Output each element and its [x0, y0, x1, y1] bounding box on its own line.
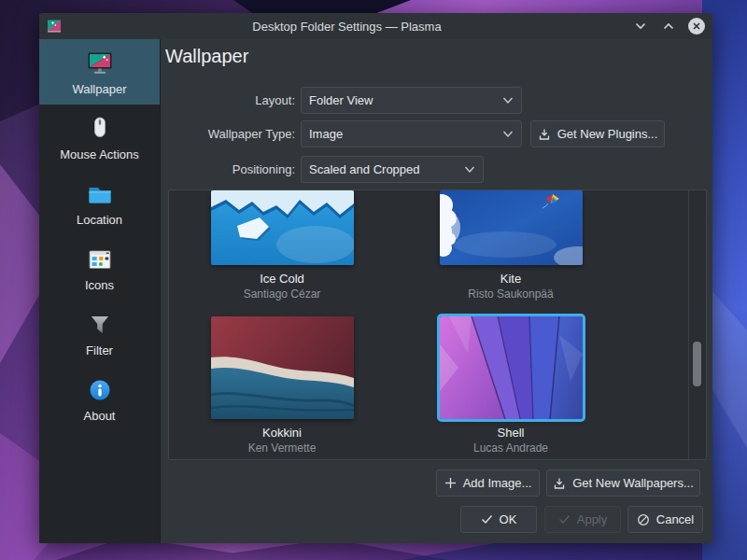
window-icon [47, 19, 62, 34]
apply-button[interactable]: Apply [544, 506, 621, 533]
settings-dialog: Desktop Folder Settings — Plasma [39, 13, 712, 543]
kokkini-art [211, 316, 354, 419]
wallpaper-item-shell: Shell Lucas Andrade [398, 316, 624, 455]
wallpaper-thumbnail-shell[interactable] [440, 316, 583, 419]
sidebar-item-filter[interactable]: Filter [39, 301, 160, 366]
positioning-value: Scaled and Cropped [309, 162, 464, 176]
get-new-wallpapers-label: Get New Wallpapers... [572, 476, 694, 490]
maximize-button[interactable] [660, 18, 677, 35]
wallpaper-monitor-icon [85, 49, 115, 78]
dialog-body: Wallpaper Mouse Actions Location [39, 39, 712, 543]
check-icon [481, 514, 493, 525]
info-circle-icon [85, 375, 115, 405]
sidebar-item-label: Mouse Actions [60, 147, 139, 161]
wallpaper-name: Shell [398, 426, 624, 440]
funnel-icon [85, 310, 115, 340]
wallpaper-author: Ken Vermette [169, 441, 395, 455]
window-controls [632, 18, 705, 35]
sidebar-item-label: Filter [86, 343, 113, 357]
folder-icon [85, 179, 115, 209]
content-pane: Wallpaper Layout: Folder View Wallpaper … [161, 39, 712, 543]
cancel-icon [637, 513, 650, 526]
positioning-combobox[interactable]: Scaled and Cropped [301, 156, 484, 183]
layout-combobox[interactable]: Folder View [301, 87, 522, 114]
scrollbar-track[interactable] [688, 190, 689, 459]
add-image-button[interactable]: Add Image... [436, 469, 540, 497]
sidebar-item-about[interactable]: About [39, 366, 160, 431]
wallpaper-thumbnail-ice-cold[interactable] [211, 190, 354, 265]
wallpaper-name: Kokkini [169, 426, 395, 440]
scrollbar-handle[interactable] [693, 342, 701, 386]
wallpaper-item-kokkini: Kokkini Ken Vermette [169, 316, 395, 455]
close-button[interactable] [688, 18, 705, 35]
sidebar-item-label: About [84, 409, 116, 423]
sidebar: Wallpaper Mouse Actions Location [39, 39, 161, 543]
download-icon [538, 128, 551, 141]
get-new-plugins-button[interactable]: Get New Plugins... [530, 120, 665, 147]
chevron-down-icon [502, 130, 514, 138]
ok-button[interactable]: OK [460, 506, 537, 533]
close-icon [692, 21, 701, 31]
wallpaper-author: Lucas Andrade [398, 441, 624, 455]
layout-value: Folder View [309, 93, 502, 107]
minimize-button[interactable] [632, 18, 649, 35]
ok-label: OK [500, 512, 517, 526]
wallpaper-author: Risto Saukonpää [398, 287, 624, 301]
wallpaper-thumbnail-kokkini[interactable] [211, 316, 354, 419]
wallpaper-thumbnail-kite[interactable] [440, 190, 583, 265]
wallpaper-type-combobox[interactable]: Image [301, 120, 522, 147]
sidebar-item-label: Icons [85, 278, 114, 292]
chevron-down-icon [635, 22, 646, 30]
check-icon [558, 514, 571, 525]
sidebar-item-icons[interactable]: Icons [39, 235, 160, 301]
sidebar-item-mouse-actions[interactable]: Mouse Actions [39, 105, 160, 170]
window-title: Desktop Folder Settings — Plasma [62, 20, 632, 34]
wallpaper-type-value: Image [309, 127, 502, 141]
shell-art [440, 316, 583, 419]
layout-label: Layout: [161, 87, 295, 114]
wallpaper-name: Kite [398, 272, 624, 286]
cancel-button[interactable]: Cancel [627, 506, 703, 533]
mouse-icon [85, 114, 115, 144]
kite-art [440, 190, 583, 265]
chevron-down-icon [502, 96, 514, 105]
ice-cold-art [211, 190, 354, 265]
sidebar-item-label: Location [77, 213, 122, 227]
wallpaper-item-kite: Kite Risto Saukonpää [398, 190, 624, 301]
plus-icon [444, 477, 457, 489]
chevron-down-icon [464, 165, 475, 174]
positioning-label: Positioning: [161, 156, 295, 183]
cancel-label: Cancel [656, 512, 694, 526]
titlebar[interactable]: Desktop Folder Settings — Plasma [39, 13, 712, 39]
wallpaper-type-label: Wallpaper Type: [161, 120, 295, 147]
sidebar-item-location[interactable]: Location [39, 170, 160, 235]
sidebar-item-label: Wallpaper [72, 82, 126, 96]
wallpaper-grid: Ice Cold Santiago Cézar [168, 189, 707, 460]
window-icons-icon [85, 245, 115, 274]
wallpaper-facet [402, 541, 747, 560]
chevron-up-icon [663, 22, 674, 30]
page-title: Wallpaper [165, 46, 248, 67]
wallpaper-author: Santiago Cézar [169, 287, 395, 301]
sidebar-item-wallpaper[interactable]: Wallpaper [39, 39, 160, 105]
get-new-wallpapers-button[interactable]: Get New Wallpapers... [546, 469, 700, 497]
get-new-plugins-label: Get New Plugins... [557, 127, 658, 141]
download-icon [553, 477, 566, 490]
apply-label: Apply [577, 512, 608, 526]
wallpaper-name: Ice Cold [169, 272, 395, 286]
wallpaper-item-ice-cold: Ice Cold Santiago Cézar [169, 190, 395, 301]
add-image-label: Add Image... [463, 476, 532, 490]
